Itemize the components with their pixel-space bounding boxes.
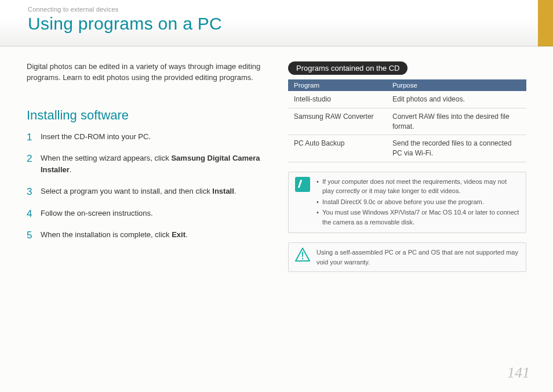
- header-divider: [0, 46, 553, 47]
- table-row: Samsung RAW Converter Convert RAW files …: [288, 108, 526, 135]
- step-5-bold: Exit: [172, 230, 185, 239]
- install-steps: Insert the CD-ROM into your PC. When the…: [27, 131, 265, 241]
- page-title: Using programs on a PC: [28, 14, 525, 34]
- page-header: Connecting to external devices Using pro…: [0, 0, 553, 46]
- cell-program: Samsung RAW Converter: [288, 108, 387, 135]
- content-columns: Digital photos can be edited in a variet…: [0, 46, 553, 272]
- programs-table: Program Purpose Intelli-studio Edit phot…: [288, 79, 526, 162]
- warning-box: Using a self-assembled PC or a PC and OS…: [288, 242, 526, 272]
- step-2: When the setting wizard appears, click S…: [27, 153, 265, 175]
- breadcrumb: Connecting to external devices: [28, 6, 525, 13]
- warning-icon: [295, 248, 310, 262]
- accent-bar: [538, 0, 553, 46]
- note-list: If your computer does not meet the requi…: [316, 177, 520, 228]
- step-5: When the installation is complete, click…: [27, 229, 265, 241]
- cell-purpose: Send the recorded files to a connected P…: [387, 135, 526, 162]
- warning-text: Using a self-assembled PC or a PC and OS…: [316, 248, 520, 267]
- step-2-text-c: .: [70, 165, 72, 174]
- table-row: Intelli-studio Edit photos and videos.: [288, 91, 526, 108]
- step-3-text-a: Select a program you want to install, an…: [41, 187, 212, 195]
- left-column: Digital photos can be edited in a variet…: [27, 61, 265, 272]
- cell-purpose: Convert RAW files into the desired file …: [387, 108, 526, 135]
- note-item: Install DirectX 9.0c or above before you…: [316, 197, 520, 207]
- note-icon: [295, 177, 310, 192]
- step-2-text-a: When the setting wizard appears, click: [41, 154, 171, 162]
- note-icon-wrap: [294, 177, 311, 228]
- right-column: Programs contained on the CD Program Pur…: [288, 61, 526, 272]
- step-3-text-c: .: [234, 187, 237, 195]
- intro-text: Digital photos can be edited in a variet…: [27, 61, 265, 84]
- note-item: If your computer does not meet the requi…: [316, 177, 520, 196]
- table-row: PC Auto Backup Send the recorded files t…: [288, 135, 526, 162]
- step-1: Insert the CD-ROM into your PC.: [27, 131, 265, 143]
- note-box: If your computer does not meet the requi…: [288, 172, 526, 234]
- note-item: You must use Windows XP/Vista/7 or Mac O…: [316, 208, 520, 227]
- page-number: 141: [507, 364, 530, 382]
- programs-pill: Programs contained on the CD: [288, 61, 408, 75]
- warning-icon-wrap: [294, 248, 311, 267]
- step-5-text-c: .: [185, 230, 188, 239]
- step-5-text-a: When the installation is complete, click: [41, 230, 172, 239]
- step-3: Select a program you want to install, an…: [27, 186, 265, 197]
- th-program: Program: [288, 79, 387, 91]
- section-heading-installing: Installing software: [27, 108, 265, 123]
- cell-program: Intelli-studio: [288, 91, 387, 108]
- th-purpose: Purpose: [387, 79, 526, 91]
- step-3-bold: Install: [212, 187, 234, 195]
- cell-program: PC Auto Backup: [288, 135, 387, 162]
- cell-purpose: Edit photos and videos.: [387, 91, 526, 108]
- svg-point-2: [302, 258, 304, 260]
- step-4: Follow the on-screen instructions.: [27, 208, 265, 219]
